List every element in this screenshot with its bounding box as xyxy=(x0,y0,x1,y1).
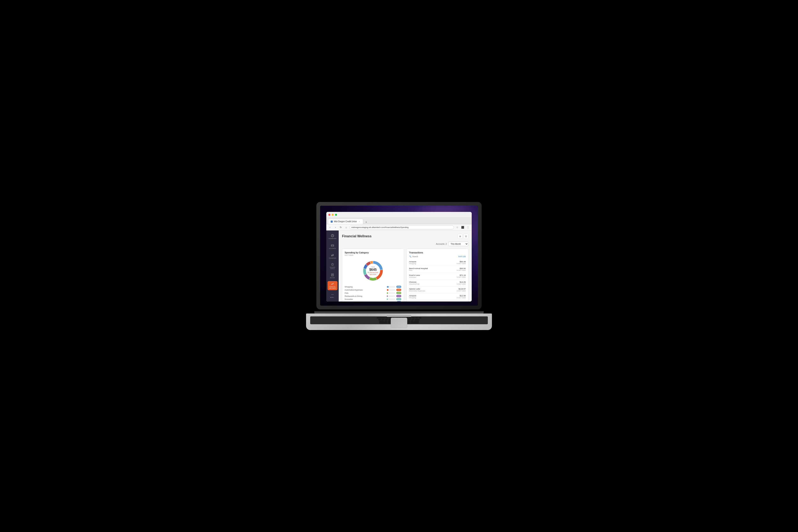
txn-name: Food 4 Less xyxy=(409,274,420,276)
app-sidebar: DASHBOARD ACCOUNTS xyxy=(326,230,339,302)
financial-wellness-icon xyxy=(331,282,334,286)
txn-amount: $71.19 xyxy=(457,274,466,276)
home-btn[interactable]: ⌂ xyxy=(344,225,348,229)
svg-rect-1 xyxy=(331,245,334,246)
sidebar-item-dashboard[interactable]: DASHBOARD xyxy=(327,232,338,241)
screen-bezel: Mid-Oregon Credit Union × + ‹ › ↻ ⌂ mido… xyxy=(317,202,481,309)
key-esc xyxy=(377,317,385,319)
txn-amount: $12.99 xyxy=(457,294,466,297)
sidebar-item-financial-wellness[interactable]: FINANCIALWELLNESS xyxy=(327,281,338,290)
txn-date: 4 OCT 2020 xyxy=(457,297,466,299)
sidebar-label-financial-wellness: FINANCIALWELLNESS xyxy=(329,286,336,289)
new-tab-btn[interactable]: + xyxy=(364,220,368,224)
category-pct-badge: 8% xyxy=(397,301,401,302)
forward-btn[interactable]: › xyxy=(333,225,338,229)
sidebar-label-dashboard: DASHBOARD xyxy=(328,238,337,239)
search-icon: 🔍 xyxy=(409,255,412,258)
category-name: Groceries xyxy=(345,298,385,300)
sidebar-item-savings-goals[interactable]: SAVINGS GOALS xyxy=(327,262,338,270)
txn-category: Pets xyxy=(409,269,428,271)
txn-amount: $30.50 xyxy=(457,267,466,269)
dashboard-icon xyxy=(331,234,334,238)
transactions-card: Transactions 🔍 Bulk Edit AmazonSh xyxy=(406,249,469,302)
bulk-edit-btn[interactable]: Bulk Edit xyxy=(458,255,466,258)
browser-content: DASHBOARD ACCOUNTS xyxy=(326,230,472,302)
category-bar xyxy=(387,292,388,294)
category-item: Pets13% xyxy=(345,292,401,294)
accounts-count-label: Accounts: 2 xyxy=(436,243,447,245)
browser-tabs-bar: Mid-Oregon Credit Union × + xyxy=(326,218,472,224)
sidebar-label-billpay: BILLPAY xyxy=(330,277,335,279)
category-bar-wrapper xyxy=(387,292,395,294)
txn-category: Groceries xyxy=(409,276,420,278)
spending-category-card: Spending by Category OCT 2020 Total xyxy=(342,249,404,302)
header-actions: ⊞ ☰ xyxy=(458,234,469,239)
filter-bar: Accounts: 2 This Month Month Last Month … xyxy=(342,242,469,246)
grid-view-btn[interactable]: ⊞ xyxy=(458,234,462,239)
sidebar-item-transfers[interactable]: TRANSFERS xyxy=(327,252,338,261)
donut-center-label: Total $645 $1,300 less than last month xyxy=(367,266,379,275)
minimize-window-btn[interactable] xyxy=(332,214,334,216)
category-bar xyxy=(387,299,388,300)
txn-category: Shopping xyxy=(409,297,416,299)
txn-name: Amazon xyxy=(409,261,416,263)
main-content: Financial Wellness ⊞ ☰ Accounts: 2 This … xyxy=(339,230,472,302)
sidebar-item-more[interactable]: MORE... xyxy=(327,291,338,300)
sidebar-label-accounts: ACCOUNTS xyxy=(329,248,336,249)
transaction-item[interactable]: AmazonShopping$12.994 OCT 2020 xyxy=(409,293,466,300)
transaction-item[interactable]: Xpress LubeAutomotive Expenses$119.974 O… xyxy=(409,286,466,293)
sidebar-label-more: MORE... xyxy=(330,297,335,298)
bookmark-btn[interactable]: ☆ xyxy=(455,225,459,229)
sidebar-item-accounts[interactable]: ACCOUNTS xyxy=(327,242,338,251)
search-input-wrap: 🔍 xyxy=(409,255,458,258)
txn-category: Gasoline/Fuel xyxy=(409,283,419,285)
spending-transactions-grid: Spending by Category OCT 2020 Total xyxy=(342,249,469,302)
txn-amount: $56.00 xyxy=(457,301,466,302)
trackpad[interactable] xyxy=(391,318,407,328)
sidebar-item-billpay[interactable]: BILLPAY xyxy=(327,271,338,280)
spending-card-title: Spending by Category xyxy=(345,251,401,254)
transaction-item[interactable]: ChevronGasoline/Fuel$14.254 OCT 2020 xyxy=(409,280,466,286)
category-item: Groceries11% xyxy=(345,298,401,300)
category-name: Pets xyxy=(345,292,385,294)
month-period-select[interactable]: This Month Month Last Month Last 3 Month… xyxy=(448,242,469,246)
category-bar-wrapper xyxy=(387,299,395,300)
txn-name: Bend Pet Express xyxy=(409,301,425,302)
donut-amount: $645 xyxy=(367,268,379,271)
browser-tab-active[interactable]: Mid-Oregon Credit Union × xyxy=(328,219,363,224)
tab-close-btn[interactable]: × xyxy=(358,220,361,223)
reload-btn[interactable]: ↻ xyxy=(339,225,343,229)
category-name: Restaurants & Dining xyxy=(345,295,385,297)
menu-btn[interactable]: ⋮ xyxy=(466,225,470,229)
category-pct-badge: 11% xyxy=(396,295,401,297)
billpay-icon xyxy=(331,273,334,277)
spending-card-date: OCT 2020 xyxy=(345,254,401,256)
category-name: Automotive Expenses xyxy=(345,289,385,291)
laptop-bottom xyxy=(306,314,492,330)
category-name: Transfers xyxy=(345,301,386,302)
maximize-window-btn[interactable] xyxy=(335,214,337,216)
extensions-btn[interactable]: ⬛ xyxy=(460,225,465,229)
search-input[interactable] xyxy=(412,255,458,258)
laptop-hinge xyxy=(314,311,484,314)
txn-date: 4 OCT 2020 xyxy=(457,276,466,278)
list-view-btn[interactable]: ☰ xyxy=(463,234,469,239)
donut-chart-container: Total $645 $1,300 less than last month xyxy=(345,258,401,283)
category-pct-badge: 13% xyxy=(396,292,401,294)
category-pct-badge: 11% xyxy=(396,298,401,300)
txn-date: 4 OCT 2020 xyxy=(457,283,466,285)
back-btn[interactable]: ‹ xyxy=(328,225,332,229)
transaction-item[interactable]: Bend Pet ExpressPets$56.003 OCT 2020 xyxy=(409,300,466,302)
browser-titlebar xyxy=(326,212,472,218)
category-name: Shopping xyxy=(345,286,385,288)
address-bar[interactable]: midoregoncustaging.orb.alkamitech.com/Fi… xyxy=(349,225,454,229)
close-window-btn[interactable] xyxy=(328,214,330,216)
search-row: 🔍 Bulk Edit xyxy=(409,255,466,258)
transaction-item[interactable]: Bend Animal HospitalPets$30.504 OCT 2020 xyxy=(409,266,466,273)
category-item: Transfers8% xyxy=(345,301,401,302)
category-bar-wrapper xyxy=(387,295,395,297)
transaction-item[interactable]: AmazonShopping$60.495 OCT 2020 xyxy=(409,259,466,266)
transaction-item[interactable]: Food 4 LessGroceries$71.194 OCT 2020 xyxy=(409,273,466,280)
laptop-base xyxy=(306,311,492,330)
txn-amount: $14.25 xyxy=(457,281,466,283)
